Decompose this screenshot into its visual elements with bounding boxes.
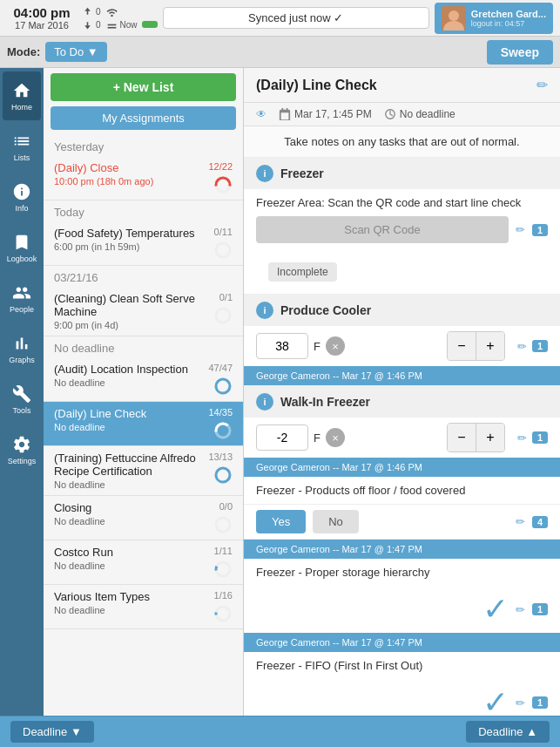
eye-icon: 👁 bbox=[256, 108, 267, 120]
products-badge: 4 bbox=[532, 516, 548, 528]
no-button[interactable]: No bbox=[313, 510, 359, 533]
task-item-audit[interactable]: (Audit) Location Inspection No deadline … bbox=[44, 357, 243, 402]
current-date: 17 Mar 2016 bbox=[15, 20, 69, 31]
svg-point-7 bbox=[216, 309, 230, 323]
scan-qr-area: Scan QR Code ✏ 1 bbox=[256, 216, 548, 243]
task-name: Costco Run bbox=[54, 546, 113, 559]
scan-edit-icon[interactable]: ✏ bbox=[516, 223, 525, 236]
storage-edit-icon[interactable]: ✏ bbox=[516, 603, 525, 616]
task-time: No deadline bbox=[54, 560, 113, 571]
edit-icon[interactable]: ✏ bbox=[536, 77, 548, 93]
mode-label: Mode: bbox=[7, 45, 40, 58]
info-icon: i bbox=[256, 302, 273, 319]
sidebar-item-home[interactable]: Home bbox=[3, 71, 41, 120]
section-header-today: Today bbox=[44, 200, 243, 221]
task-item-daily-close[interactable]: (Daily) Close 10:00 pm (18h 0m ago) 12/2… bbox=[44, 156, 243, 200]
sidebar-item-graphs[interactable]: Graphs bbox=[3, 324, 41, 373]
produce-badge: 1 bbox=[532, 340, 548, 352]
synced-badge: Synced just now ✓ bbox=[163, 7, 429, 29]
task-item-training[interactable]: (Training) Fettuccine Alfredo Recipe Cer… bbox=[44, 446, 243, 496]
progress-circle bbox=[213, 560, 233, 579]
progress-circle bbox=[213, 241, 233, 260]
right-subtitle: Take notes on any tasks that are out of … bbox=[244, 126, 560, 158]
task-name: (Food Safety) Temperatures bbox=[54, 227, 195, 240]
freezer-badge: 1 bbox=[532, 224, 548, 236]
task-item-cleaning[interactable]: (Cleaning) Clean Soft Serve Machine 9:00… bbox=[44, 287, 243, 336]
user-info: Gretchen Gard... logout in: 04:57 bbox=[471, 9, 546, 28]
walkin-minus-button[interactable]: − bbox=[448, 424, 476, 452]
sidebar-item-info[interactable]: Info bbox=[3, 173, 41, 221]
meta-deadline: No deadline bbox=[384, 108, 455, 120]
progress-circle bbox=[213, 604, 233, 623]
sweep-button[interactable]: Sweep bbox=[487, 40, 553, 65]
products-text: Freezer - Products off floor / food cove… bbox=[244, 477, 560, 505]
fifo-check-row: ✓ ✏ 1 bbox=[244, 679, 560, 716]
fifo-edit-icon[interactable]: ✏ bbox=[516, 696, 525, 710]
sidebar-item-lists[interactable]: Lists bbox=[3, 122, 41, 171]
scan-qr-button[interactable]: Scan QR Code bbox=[256, 216, 509, 243]
walkin-george-bar1: George Cameron -- Mar 17 @ 1:46 PM bbox=[244, 458, 560, 477]
user-logout: logout in: 04:57 bbox=[471, 19, 546, 28]
user-badge[interactable]: Gretchen Gard... logout in: 04:57 bbox=[435, 3, 553, 34]
walkin-plus-button[interactable]: + bbox=[476, 424, 504, 452]
task-count: 1/16 bbox=[214, 590, 233, 601]
task-item-closing[interactable]: Closing No deadline 0/0 bbox=[44, 496, 243, 540]
task-count: 47/47 bbox=[208, 363, 233, 373]
right-meta: 👁 Mar 17, 1:45 PM No deadline bbox=[244, 103, 560, 126]
storage-checkmark: ✓ bbox=[482, 591, 509, 628]
avatar bbox=[442, 6, 466, 31]
my-assignments-button[interactable]: My Assignments bbox=[51, 106, 236, 130]
task-item-costco[interactable]: Costco Run No deadline 1/11 bbox=[44, 540, 243, 585]
task-item-linecheck[interactable]: (Daily) Line Check No deadline 14/35 bbox=[44, 402, 243, 446]
task-time: 9:00 pm (in 4d) bbox=[54, 320, 213, 330]
deadline-up-button[interactable]: Deadline ▲ bbox=[466, 721, 550, 743]
products-edit-icon[interactable]: ✏ bbox=[516, 515, 525, 528]
walkin-stepper: − + bbox=[447, 423, 505, 452]
walkin-george-bar2: George Cameron -- Mar 17 @ 1:47 PM bbox=[244, 540, 560, 559]
task-time: No deadline bbox=[54, 377, 188, 388]
sidebar-item-people[interactable]: People bbox=[3, 274, 41, 323]
mode-select[interactable]: To Do ▼ bbox=[45, 42, 106, 62]
produce-minus-button[interactable]: − bbox=[448, 332, 476, 360]
task-time: No deadline bbox=[54, 422, 146, 432]
task-count: 1/11 bbox=[214, 546, 233, 556]
info-icon: i bbox=[256, 165, 273, 182]
progress-circle bbox=[213, 421, 233, 440]
produce-george-bar: George Cameron -- Mar 17 @ 1:46 PM bbox=[244, 366, 560, 385]
meta-deadline-text: No deadline bbox=[400, 108, 455, 120]
sidebar-label-info: Info bbox=[15, 204, 28, 213]
walkin-badge: 1 bbox=[532, 431, 548, 444]
produce-plus-button[interactable]: + bbox=[476, 332, 504, 360]
task-time: 6:00 pm (in 1h 59m) bbox=[54, 241, 195, 252]
task-time: No deadline bbox=[54, 479, 208, 490]
walkin-edit-icon[interactable]: ✏ bbox=[517, 431, 527, 445]
task-item-various[interactable]: Various Item Types No deadline 1/16 bbox=[44, 585, 243, 629]
sidebar-label-tools: Tools bbox=[12, 406, 30, 415]
produce-temp-clear[interactable]: × bbox=[326, 336, 345, 356]
bottom-right: Deadline ▲ bbox=[466, 721, 550, 743]
sidebar-item-settings[interactable]: Settings bbox=[3, 425, 41, 474]
task-item-food-safety[interactable]: (Food Safety) Temperatures 6:00 pm (in 1… bbox=[44, 221, 243, 266]
task-count: 13/13 bbox=[208, 452, 233, 462]
freezer-desc: Freezer Area: Scan the QR code and start… bbox=[256, 196, 548, 209]
incomplete-badge: Incomplete bbox=[268, 262, 337, 282]
sidebar-label-people: People bbox=[10, 305, 34, 314]
fifo-text: Freezer - FIFO (First In First Out) bbox=[244, 652, 560, 679]
deadline-down-button[interactable]: Deadline ▼ bbox=[10, 721, 94, 743]
produce-temp-input[interactable] bbox=[256, 333, 308, 359]
progress-circle bbox=[213, 515, 233, 534]
storage-badge: 1 bbox=[532, 603, 548, 615]
new-list-button[interactable]: + New List bbox=[51, 73, 236, 101]
walkin-temp-clear[interactable]: × bbox=[326, 428, 345, 447]
sidebar-item-tools[interactable]: Tools bbox=[3, 375, 41, 424]
sidebar-item-logbook[interactable]: Logbook bbox=[3, 223, 41, 272]
produce-edit-icon[interactable]: ✏ bbox=[517, 340, 527, 353]
storage-george-bar: George Cameron -- Mar 17 @ 1:47 PM bbox=[244, 633, 560, 652]
yes-button[interactable]: Yes bbox=[256, 510, 306, 533]
walkin-temp-input[interactable] bbox=[256, 424, 308, 451]
bottom-bar: Deadline ▼ Deadline ▲ bbox=[0, 716, 560, 747]
yes-no-row: Yes No ✏ 4 bbox=[244, 505, 560, 540]
task-time: No deadline bbox=[54, 605, 150, 615]
walkin-temp-row: F × − + ✏ 1 bbox=[244, 418, 560, 458]
task-count: 0/1 bbox=[219, 292, 233, 302]
